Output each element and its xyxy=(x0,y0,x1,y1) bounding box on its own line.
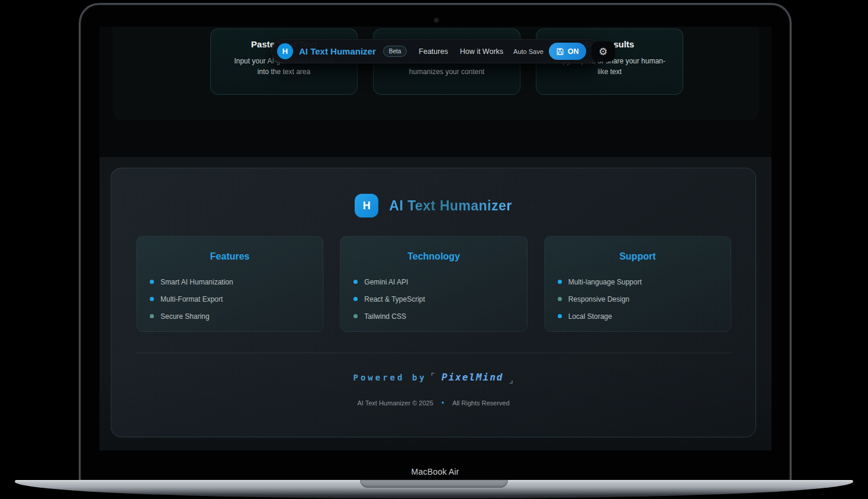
app-logo[interactable]: H xyxy=(277,43,293,59)
step-desc-line: humanizes your content xyxy=(374,66,520,77)
screen: Paste Your Text Input your AI-generated … xyxy=(99,27,771,450)
footer-item-label: Multi-Format Export xyxy=(160,295,223,303)
footer-app-title: AI Text Humanizer xyxy=(389,198,512,214)
footer-item-label: Multi-language Support xyxy=(568,278,642,286)
footer-section: H AI Text Humanizer Features Smart AI Hu… xyxy=(99,157,771,450)
list-item: Local Storage xyxy=(558,308,731,325)
bullet-dot-icon xyxy=(558,297,562,301)
bracket-left: ⌜ xyxy=(430,370,436,381)
bullet-dot-icon xyxy=(150,314,154,318)
bracket-right: ⌟ xyxy=(509,375,514,385)
footer-item-label: Gemini AI API xyxy=(364,278,408,286)
app-title: AI Text Humanizer xyxy=(299,46,376,56)
bullet-dot-icon xyxy=(558,280,562,284)
nav-link-how-it-works[interactable]: How it Works xyxy=(460,47,503,56)
footer-card-features: Features Smart AI Humanization Multi-For… xyxy=(136,236,323,332)
footer-item-label: Responsive Design xyxy=(568,295,629,303)
footer-item-label: React & TypeScript xyxy=(364,295,425,303)
copyright-left: AI Text Humanizer © 2025 xyxy=(357,399,433,407)
footer-item-label: Secure Sharing xyxy=(160,312,210,321)
list-item: React & TypeScript xyxy=(353,290,526,308)
list-item: Gemini AI API xyxy=(353,273,526,290)
footer-card-support: Support Multi-language Support Responsiv… xyxy=(544,236,731,332)
list-item: Multi-language Support xyxy=(558,273,731,290)
navbar: H AI Text Humanizer Beta Features How it… xyxy=(271,39,602,63)
autosave-state: ON xyxy=(568,47,579,56)
step-desc-line: into the text area xyxy=(211,66,357,77)
autosave-toggle-button[interactable]: ON xyxy=(549,43,586,60)
list-item: Tailwind CSS xyxy=(353,308,526,325)
footer-column-title: Technology xyxy=(353,251,513,262)
footer-column-title: Support xyxy=(558,251,718,262)
bullet-dot-icon xyxy=(353,314,358,318)
footer-column-title: Features xyxy=(150,251,310,262)
powered-by: Powered by⌜PixelMind⌟ xyxy=(111,372,756,383)
footer-item-label: Smart AI Humanization xyxy=(160,278,233,286)
list-item: Smart AI Humanization xyxy=(150,273,323,290)
macbook-base xyxy=(15,480,853,498)
list-item: Multi-Format Export xyxy=(150,290,323,308)
footer-item-label: Tailwind CSS xyxy=(364,312,406,321)
footer-card-technology: Technology Gemini AI API React & TypeScr… xyxy=(340,236,527,332)
divider xyxy=(136,353,732,353)
step-desc-line: like text xyxy=(536,66,683,77)
webcam-icon xyxy=(434,18,439,23)
settings-button[interactable]: ⚙ xyxy=(591,41,615,62)
copyright-right: All Rights Reserved xyxy=(452,399,510,407)
powered-by-label: Powered by xyxy=(353,373,426,382)
list-item: Responsive Design xyxy=(558,290,731,308)
bullet-dot-icon xyxy=(353,280,358,284)
list-item: Secure Sharing xyxy=(150,308,323,325)
footer-columns: Features Smart AI Humanization Multi-For… xyxy=(136,236,731,332)
macbook-frame: Paste Your Text Input your AI-generated … xyxy=(79,3,792,480)
lid-notch xyxy=(360,480,508,488)
footer-panel: H AI Text Humanizer Features Smart AI Hu… xyxy=(111,168,756,437)
copyright: AI Text Humanizer © 2025•All Rights Rese… xyxy=(111,399,756,407)
autosave-label: Auto Save xyxy=(513,48,544,55)
gear-icon: ⚙ xyxy=(599,46,607,57)
separator-dot-icon: • xyxy=(442,399,444,407)
page: Paste Your Text Input your AI-generated … xyxy=(0,0,868,499)
save-icon xyxy=(556,47,564,56)
bullet-dot-icon xyxy=(150,280,154,284)
bullet-dot-icon xyxy=(150,297,154,301)
bullet-dot-icon xyxy=(353,297,358,301)
bullet-dot-icon xyxy=(558,314,562,318)
device-label: MacBook Air xyxy=(81,467,790,476)
footer-app-logo: H xyxy=(355,194,378,217)
beta-badge: Beta xyxy=(383,46,407,57)
nav-link-features[interactable]: Features xyxy=(419,47,448,56)
pixelmind-brand-link[interactable]: PixelMind xyxy=(442,372,504,383)
footer-brand-row: H AI Text Humanizer xyxy=(111,194,756,217)
footer-item-label: Local Storage xyxy=(568,312,612,321)
